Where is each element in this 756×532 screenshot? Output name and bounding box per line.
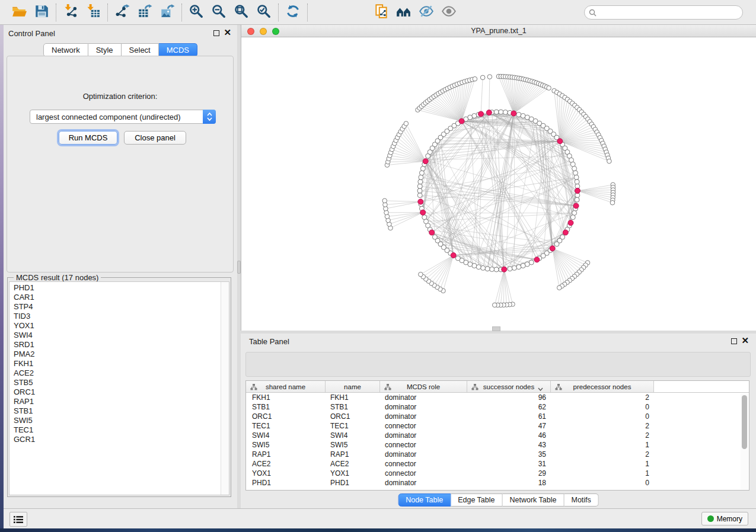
graph-node[interactable] — [494, 110, 499, 114]
table-scrollbar-thumb[interactable] — [742, 395, 747, 449]
graph-dominator-node[interactable] — [420, 210, 426, 215]
graph-node[interactable] — [574, 175, 579, 180]
graph-dominator-node[interactable] — [563, 230, 568, 235]
graph-dominator-node[interactable] — [423, 159, 428, 164]
graph-dominator-node[interactable] — [429, 230, 435, 235]
search-input[interactable] — [596, 8, 742, 17]
close-panel-icon[interactable]: ✕ — [224, 27, 231, 38]
mcds-result-node[interactable]: TID3 — [9, 312, 229, 321]
graph-dominator-node[interactable] — [573, 203, 579, 209]
graph-node[interactable] — [419, 175, 423, 180]
graph-leaf-node[interactable] — [419, 272, 423, 277]
tab-motifs[interactable]: Motifs — [564, 493, 598, 507]
graph-node[interactable] — [485, 267, 490, 271]
graph-node[interactable] — [490, 267, 495, 272]
graph-node[interactable] — [417, 184, 422, 188]
open-file-button[interactable] — [9, 3, 28, 22]
graph-dominator-node[interactable] — [550, 246, 555, 251]
new-network-from-selection-button[interactable] — [372, 3, 391, 22]
table-row[interactable]: ORC1ORC1dominator610 — [246, 412, 749, 421]
delete-entries-button[interactable] — [395, 355, 413, 373]
zoom-in-button[interactable] — [187, 3, 206, 22]
tab-network-table[interactable]: Network Table — [503, 493, 564, 507]
mcds-result-node[interactable]: YOX1 — [9, 321, 229, 331]
graph-leaf-node[interactable] — [473, 76, 477, 81]
graph-node[interactable] — [417, 193, 422, 198]
search-box[interactable] — [584, 5, 743, 20]
task-history-button[interactable] — [9, 512, 27, 527]
graph-dominator-node[interactable] — [479, 111, 484, 117]
graph-node[interactable] — [494, 267, 499, 272]
mcds-list-scrollbar[interactable] — [221, 282, 229, 495]
float-panel-icon[interactable] — [213, 30, 219, 36]
mcds-result-node[interactable]: STP4 — [9, 302, 229, 312]
horizontal-splitter-handle[interactable] — [492, 326, 500, 331]
graph-leaf-node[interactable] — [492, 303, 497, 307]
mcds-result-node[interactable]: PHD1 — [9, 283, 229, 293]
export-network-button[interactable] — [113, 3, 132, 22]
graph-node[interactable] — [476, 265, 481, 270]
save-session-button[interactable] — [32, 3, 51, 22]
select-all-button[interactable] — [311, 355, 329, 373]
mcds-result-node[interactable]: CAR1 — [9, 293, 229, 302]
network-window-titlebar[interactable]: YPA_prune.txt_1 — [241, 25, 756, 37]
tab-style[interactable]: Style — [88, 43, 122, 57]
tab-node-table[interactable]: Node Table — [398, 493, 451, 507]
graph-node[interactable] — [554, 242, 559, 246]
close-panel-button[interactable]: Close panel — [124, 131, 186, 145]
graph-node[interactable] — [575, 197, 579, 202]
graph-dominator-node[interactable] — [534, 257, 540, 262]
graph-dominator-node[interactable] — [575, 188, 580, 194]
refresh-layout-button[interactable] — [283, 3, 302, 22]
tab-select[interactable]: Select — [122, 43, 159, 57]
mcds-result-node[interactable]: ORC1 — [9, 387, 229, 397]
graph-dominator-node[interactable] — [502, 267, 507, 272]
graph-node[interactable] — [521, 263, 525, 268]
zoom-selected-button[interactable] — [254, 3, 273, 22]
table-row[interactable]: SWI4SWI4dominator462 — [246, 431, 749, 440]
memory-button[interactable]: Memory — [701, 512, 748, 525]
mcds-result-node[interactable]: TEC1 — [9, 425, 229, 435]
table-settings-button[interactable] — [256, 355, 273, 373]
graph-node[interactable] — [481, 265, 486, 270]
table-float-icon[interactable] — [731, 338, 737, 344]
hide-selected-button[interactable] — [417, 3, 436, 22]
graph-dominator-node[interactable] — [418, 199, 423, 204]
column-header-name[interactable]: name — [326, 381, 380, 392]
graph-node[interactable] — [575, 180, 579, 184]
table-row[interactable]: STB1STB1dominator620 — [246, 402, 749, 412]
table-row[interactable]: PHD1PHD1dominator180 — [246, 478, 749, 488]
graph-leaf-node[interactable] — [557, 286, 562, 290]
table-row[interactable]: YOX1YOX1connector291 — [246, 469, 749, 478]
graph-node[interactable] — [418, 180, 423, 184]
tab-network[interactable]: Network — [43, 43, 88, 57]
graph-dominator-node[interactable] — [557, 139, 563, 144]
graph-leaf-node[interactable] — [547, 86, 551, 91]
table-row[interactable]: ACE2ACE2connector311 — [246, 459, 749, 469]
deselect-all-button[interactable] — [339, 355, 357, 373]
export-table-button[interactable] — [135, 3, 154, 22]
mcds-result-node[interactable]: PMA2 — [9, 350, 229, 359]
tab-edge-table[interactable]: Edge Table — [451, 493, 502, 507]
graph-node[interactable] — [499, 110, 503, 114]
mcds-result-list[interactable]: PHD1CAR1STP4TID3YOX1SWI4SRD1PMA2FKH1ACE2… — [9, 281, 229, 495]
mcds-result-node[interactable]: FKH1 — [9, 359, 229, 368]
graph-dominator-node[interactable] — [511, 111, 516, 116]
table-row[interactable]: FKH1FKH1dominator962 — [246, 393, 749, 402]
mcds-result-node[interactable]: SWI5 — [9, 416, 229, 425]
graph-leaf-node[interactable] — [480, 75, 485, 80]
table-row[interactable]: RAP1RAP1dominator352 — [246, 450, 749, 459]
graph-node[interactable] — [573, 171, 578, 175]
graph-node[interactable] — [455, 256, 460, 261]
column-header-MCDS-role[interactable]: MCDS role — [380, 381, 467, 392]
graph-node[interactable] — [417, 188, 422, 193]
mcds-result-node[interactable]: RAP1 — [9, 397, 229, 406]
show-all-button[interactable] — [439, 3, 458, 22]
graph-leaf-node[interactable] — [610, 200, 615, 205]
import-network-button[interactable] — [61, 3, 80, 22]
graph-node[interactable] — [503, 110, 508, 114]
graph-node[interactable] — [432, 235, 437, 239]
graph-node[interactable] — [512, 265, 516, 270]
tab-mcds[interactable]: MCDS — [159, 43, 197, 57]
mcds-result-node[interactable]: SWI4 — [9, 331, 229, 340]
